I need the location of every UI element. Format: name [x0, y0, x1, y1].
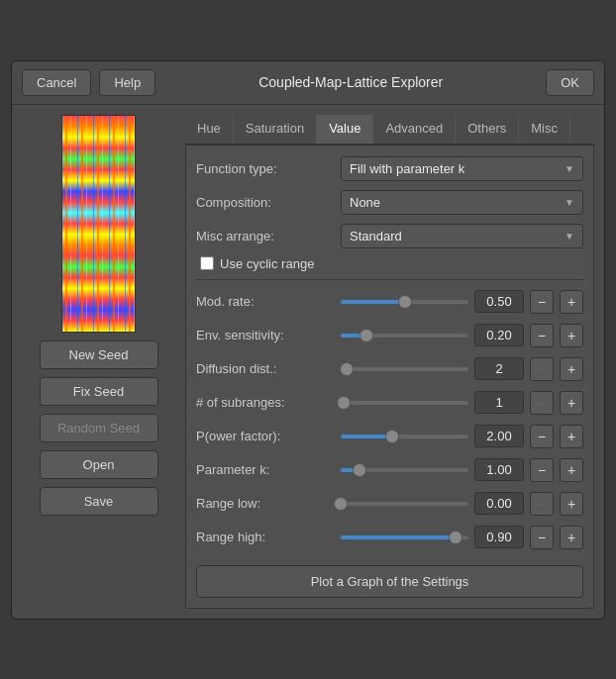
power-factor-decrement-button[interactable]: −	[530, 425, 554, 448]
env-sensitivity-thumb[interactable]	[359, 329, 373, 342]
settings-panel: Function type: Fill with parameter k ▼ C…	[185, 145, 594, 609]
num-subranges-label: # of subranges:	[196, 395, 335, 410]
range-high-control: − +	[341, 526, 583, 549]
power-factor-slider[interactable]	[341, 427, 468, 446]
num-subranges-control: − +	[341, 391, 583, 415]
function-type-value: Fill with parameter k	[350, 161, 464, 176]
misc-arrange-label: Misc arrange:	[196, 229, 335, 243]
fix-seed-button[interactable]: Fix Seed	[40, 377, 158, 406]
use-cyclic-checkbox[interactable]	[200, 256, 214, 270]
preview-image	[61, 115, 136, 333]
range-low-slider[interactable]	[341, 494, 468, 514]
cancel-button[interactable]: Cancel	[22, 69, 91, 96]
range-low-thumb[interactable]	[334, 497, 348, 511]
mod-rate-slider[interactable]	[341, 292, 468, 312]
range-high-thumb[interactable]	[449, 531, 462, 544]
env-sensitivity-track	[341, 334, 468, 338]
parameter-k-label: Parameter k:	[196, 462, 335, 477]
env-sensitivity-decrement-button[interactable]: −	[530, 324, 554, 347]
tab-misc[interactable]: Misc	[519, 115, 570, 144]
plot-graph-button[interactable]: Plot a Graph of the Settings	[196, 565, 583, 598]
num-subranges-decrement-button[interactable]: −	[530, 391, 554, 415]
function-type-control: Fill with parameter k ▼	[341, 156, 583, 181]
parameter-k-row: Parameter k: − +	[196, 456, 583, 484]
parameter-k-control: − +	[341, 458, 583, 482]
diffusion-dist-increment-button[interactable]: +	[560, 357, 583, 381]
diffusion-dist-control: − +	[341, 357, 583, 381]
mod-rate-input[interactable]	[474, 290, 524, 313]
diffusion-dist-row: Diffusion dist.: − +	[196, 355, 583, 383]
mod-rate-increment-button[interactable]: +	[560, 290, 583, 314]
range-high-increment-button[interactable]: +	[560, 526, 583, 549]
env-sensitivity-row: Env. sensitivity: − +	[196, 322, 583, 349]
divider	[196, 279, 583, 280]
num-subranges-thumb[interactable]	[337, 396, 351, 410]
misc-arrange-dropdown[interactable]: Standard ▼	[341, 224, 583, 248]
power-factor-thumb[interactable]	[385, 430, 399, 443]
open-button[interactable]: Open	[40, 450, 158, 479]
env-sensitivity-input[interactable]	[474, 324, 524, 346]
function-type-dropdown[interactable]: Fill with parameter k ▼	[341, 156, 583, 181]
new-seed-button[interactable]: New Seed	[40, 340, 158, 369]
misc-arrange-control: Standard ▼	[341, 224, 583, 248]
num-subranges-input[interactable]	[474, 391, 524, 414]
tab-saturation[interactable]: Saturation	[234, 115, 317, 144]
random-seed-button[interactable]: Random Seed	[40, 414, 158, 442]
range-high-track	[341, 535, 468, 539]
diffusion-dist-input[interactable]	[474, 357, 524, 380]
composition-control: None ▼	[341, 190, 583, 215]
diffusion-dist-slider[interactable]	[341, 359, 468, 379]
power-factor-increment-button[interactable]: +	[560, 425, 583, 448]
power-factor-track	[341, 435, 468, 438]
use-cyclic-label: Use cyclic range	[220, 256, 314, 271]
mod-rate-track	[341, 300, 468, 304]
help-button[interactable]: Help	[99, 69, 155, 96]
tab-hue[interactable]: Hue	[185, 115, 234, 144]
composition-dropdown[interactable]: None ▼	[341, 190, 583, 215]
tab-others[interactable]: Others	[456, 115, 519, 144]
ok-button[interactable]: OK	[546, 69, 594, 96]
chevron-down-icon: ▼	[565, 163, 574, 174]
range-low-track	[341, 502, 468, 506]
parameter-k-input[interactable]	[474, 458, 524, 481]
range-high-label: Range high:	[196, 530, 335, 544]
num-subranges-track	[341, 401, 468, 405]
diffusion-dist-track	[341, 367, 468, 371]
chevron-down-icon: ▼	[565, 197, 574, 208]
diffusion-dist-thumb[interactable]	[340, 362, 354, 376]
mod-rate-decrement-button[interactable]: −	[530, 290, 554, 314]
power-factor-label: P(ower factor):	[196, 429, 335, 443]
composition-row: Composition: None ▼	[196, 189, 583, 217]
tab-advanced[interactable]: Advanced	[373, 115, 456, 144]
save-button[interactable]: Save	[40, 487, 158, 516]
num-subranges-increment-button[interactable]: +	[560, 391, 583, 415]
parameter-k-thumb[interactable]	[353, 463, 366, 477]
tab-value[interactable]: Value	[317, 115, 373, 144]
env-sensitivity-label: Env. sensitivity:	[196, 328, 335, 342]
mod-rate-fill	[341, 300, 405, 304]
diffusion-dist-decrement-button[interactable]: −	[530, 357, 554, 381]
num-subranges-slider[interactable]	[341, 393, 468, 413]
parameter-k-increment-button[interactable]: +	[560, 458, 583, 482]
dialog-title: Coupled-Map-Lattice Explorer	[163, 74, 538, 90]
parameter-k-decrement-button[interactable]: −	[530, 458, 554, 482]
mod-rate-thumb[interactable]	[398, 295, 412, 309]
title-bar: Cancel Help Coupled-Map-Lattice Explorer…	[12, 61, 604, 105]
range-low-increment-button[interactable]: +	[560, 492, 583, 516]
parameter-k-slider[interactable]	[341, 460, 468, 480]
composition-value: None	[350, 195, 380, 210]
range-high-input[interactable]	[474, 526, 524, 548]
range-low-input[interactable]	[474, 492, 524, 515]
range-low-decrement-button[interactable]: −	[530, 492, 554, 516]
range-low-control: − +	[341, 492, 583, 516]
composition-label: Composition:	[196, 195, 335, 210]
chevron-down-icon: ▼	[565, 231, 574, 242]
power-factor-input[interactable]	[474, 425, 524, 447]
env-sensitivity-slider[interactable]	[341, 326, 468, 345]
diffusion-dist-label: Diffusion dist.:	[196, 361, 335, 376]
range-high-slider[interactable]	[341, 528, 468, 547]
content: New Seed Fix Seed Random Seed Open Save …	[12, 105, 604, 619]
range-high-decrement-button[interactable]: −	[530, 526, 554, 549]
power-factor-row: P(ower factor): − +	[196, 423, 583, 450]
env-sensitivity-increment-button[interactable]: +	[560, 324, 583, 347]
